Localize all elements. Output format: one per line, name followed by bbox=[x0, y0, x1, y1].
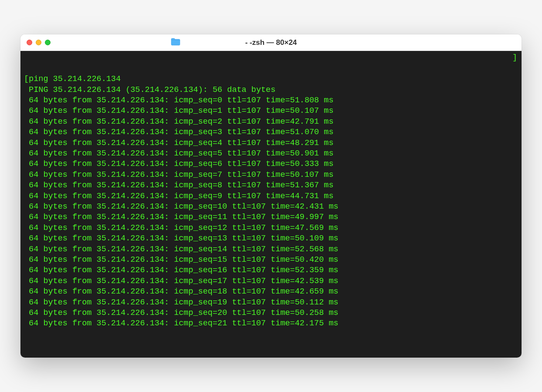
ping-reply-line: 64 bytes from 35.214.226.134: icmp_seq=1… bbox=[24, 244, 518, 255]
ping-reply-line: 64 bytes from 35.214.226.134: icmp_seq=1… bbox=[24, 212, 518, 223]
close-button[interactable] bbox=[27, 40, 32, 45]
ping-reply-line: 64 bytes from 35.214.226.134: icmp_seq=4… bbox=[24, 138, 518, 149]
ping-reply-line: 64 bytes from 35.214.226.134: icmp_seq=2… bbox=[24, 318, 518, 329]
ping-reply-line: 64 bytes from 35.214.226.134: icmp_seq=6… bbox=[24, 159, 518, 169]
ping-reply-line: 64 bytes from 35.214.226.134: icmp_seq=1… bbox=[24, 276, 518, 287]
ping-header-line: PING 35.214.226.134 (35.214.226.134): 56… bbox=[24, 85, 518, 95]
command-line: [ping 35.214.226.134 bbox=[24, 74, 518, 84]
ping-reply-line: 64 bytes from 35.214.226.134: icmp_seq=5… bbox=[24, 149, 518, 159]
ping-reply-line: 64 bytes from 35.214.226.134: icmp_seq=1… bbox=[24, 106, 518, 116]
terminal-window: - -zsh — 80×24 ][ping 35.214.226.134 PIN… bbox=[20, 34, 522, 357]
ping-reply-line: 64 bytes from 35.214.226.134: icmp_seq=9… bbox=[24, 191, 518, 202]
titlebar-title-area: - -zsh — 80×24 bbox=[245, 38, 297, 47]
ping-reply-line: 64 bytes from 35.214.226.134: icmp_seq=2… bbox=[24, 308, 518, 318]
ping-reply-line: 64 bytes from 35.214.226.134: icmp_seq=1… bbox=[24, 202, 518, 212]
command-text: ping 35.214.226.134 bbox=[29, 74, 121, 84]
ping-reply-line: 64 bytes from 35.214.226.134: icmp_seq=7… bbox=[24, 170, 518, 180]
maximize-button[interactable] bbox=[45, 40, 51, 45]
ping-reply-line: 64 bytes from 35.214.226.134: icmp_seq=8… bbox=[24, 180, 518, 191]
ping-reply-line: 64 bytes from 35.214.226.134: icmp_seq=2… bbox=[24, 117, 518, 127]
ping-reply-line: 64 bytes from 35.214.226.134: icmp_seq=1… bbox=[24, 233, 518, 244]
ping-reply-line: 64 bytes from 35.214.226.134: icmp_seq=0… bbox=[24, 95, 518, 106]
ping-reply-line: 64 bytes from 35.214.226.134: icmp_seq=1… bbox=[24, 223, 518, 233]
window-title: - -zsh — 80×24 bbox=[245, 38, 297, 47]
minimize-button[interactable] bbox=[36, 40, 41, 45]
bracket-right-decoration: ] bbox=[512, 53, 517, 63]
ping-reply-line: 64 bytes from 35.214.226.134: icmp_seq=1… bbox=[24, 297, 518, 308]
bracket-left-decoration: [ bbox=[24, 74, 29, 84]
window-titlebar[interactable]: - -zsh — 80×24 bbox=[20, 34, 522, 51]
ping-reply-line: 64 bytes from 35.214.226.134: icmp_seq=3… bbox=[24, 127, 518, 138]
ping-reply-line: 64 bytes from 35.214.226.134: icmp_seq=1… bbox=[24, 287, 518, 297]
ping-reply-line: 64 bytes from 35.214.226.134: icmp_seq=1… bbox=[24, 265, 518, 276]
terminal-output[interactable]: ][ping 35.214.226.134 PING 35.214.226.13… bbox=[20, 51, 522, 357]
traffic-lights bbox=[20, 40, 51, 45]
ping-header: PING 35.214.226.134 (35.214.226.134): 56… bbox=[29, 85, 275, 95]
folder-icon bbox=[171, 38, 180, 47]
ping-replies: 64 bytes from 35.214.226.134: icmp_seq=0… bbox=[24, 95, 518, 329]
ping-reply-line: 64 bytes from 35.214.226.134: icmp_seq=1… bbox=[24, 255, 518, 265]
